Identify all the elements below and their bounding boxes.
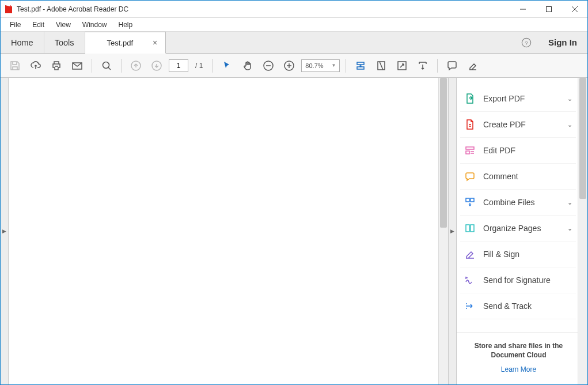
panel-scrollbar[interactable]	[578, 78, 587, 384]
page-total-label: / 1	[192, 62, 206, 70]
sign-in-button[interactable]: Sign In	[538, 32, 587, 53]
cloud-upload-button[interactable]	[27, 57, 44, 74]
scrollbar-thumb[interactable]	[440, 78, 447, 228]
svg-text:?: ?	[525, 39, 528, 46]
tools-list: Export PDF ⌄ Create PDF ⌄ Edit PDF Comme…	[457, 78, 587, 333]
svg-rect-15	[466, 151, 469, 154]
email-button[interactable]	[69, 57, 86, 74]
toolbar-separator	[437, 59, 438, 73]
fill-sign-icon	[464, 248, 476, 261]
menu-edit[interactable]: Edit	[28, 20, 49, 30]
svg-point-20	[466, 303, 467, 304]
tool-fill-sign[interactable]: Fill & Sign	[460, 241, 576, 267]
fullscreen-button[interactable]	[393, 57, 411, 74]
tools-panel: Export PDF ⌄ Create PDF ⌄ Edit PDF Comme…	[456, 78, 587, 384]
svg-rect-1	[546, 6, 551, 12]
menu-help[interactable]: Help	[114, 20, 138, 30]
next-page-button[interactable]	[148, 57, 165, 74]
learn-more-link[interactable]: Learn More	[501, 365, 536, 373]
minimize-button[interactable]	[510, 1, 536, 17]
send-track-icon	[464, 300, 476, 312]
maximize-button[interactable]	[536, 1, 562, 17]
comment-button[interactable]	[443, 57, 461, 74]
tool-label: Fill & Sign	[483, 250, 572, 259]
svg-rect-18	[466, 225, 469, 232]
tool-label: Create PDF	[483, 120, 560, 129]
zoom-out-button[interactable]	[260, 57, 277, 74]
chevron-down-icon: ⌄	[567, 95, 572, 103]
toolbar-separator	[212, 59, 213, 73]
tab-close-icon[interactable]: ×	[153, 38, 157, 47]
zoom-in-button[interactable]	[280, 57, 298, 74]
chevron-down-icon: ⌄	[567, 225, 572, 232]
page-canvas	[9, 78, 438, 384]
tool-send-signature[interactable]: Send for Signature	[460, 267, 576, 293]
left-panel-toggle[interactable]: ▶	[1, 78, 9, 384]
fit-width-button[interactable]	[352, 57, 369, 74]
menu-file[interactable]: File	[5, 20, 25, 30]
help-button[interactable]: ?	[515, 32, 538, 53]
toolbar: / 1 80.7% ▼	[1, 54, 587, 78]
combine-files-icon	[464, 196, 476, 209]
tab-document[interactable]: Test.pdf ×	[85, 32, 166, 54]
tool-combine-files[interactable]: Combine Files ⌄	[460, 190, 576, 216]
create-pdf-icon	[464, 118, 476, 131]
menubar: File Edit View Window Help	[1, 18, 587, 32]
tool-label: Organize Pages	[483, 224, 560, 233]
tool-organize-pages[interactable]: Organize Pages ⌄	[460, 216, 576, 241]
toolbar-separator	[346, 59, 346, 73]
svg-point-21	[466, 308, 467, 309]
tool-edit-pdf[interactable]: Edit PDF	[460, 138, 576, 164]
svg-rect-19	[471, 225, 474, 232]
tool-label: Comment	[483, 172, 572, 181]
export-pdf-icon	[464, 92, 476, 105]
titlebar: Test.pdf - Adobe Acrobat Reader DC	[1, 1, 587, 18]
edit-pdf-icon	[464, 144, 476, 157]
svg-rect-16	[466, 198, 469, 202]
print-button[interactable]	[48, 57, 65, 74]
right-panel-toggle[interactable]: ▶	[448, 78, 456, 384]
chevron-down-icon: ⌄	[567, 199, 572, 206]
toolbar-separator	[121, 59, 122, 73]
page-number-input[interactable]	[169, 59, 188, 72]
tool-label: Send & Track	[483, 301, 572, 311]
window-title: Test.pdf - Adobe Acrobat Reader DC	[17, 5, 510, 13]
tab-tools[interactable]: Tools	[44, 32, 85, 53]
search-button[interactable]	[98, 57, 115, 74]
scrollbar-thumb[interactable]	[579, 78, 586, 199]
highlight-button[interactable]	[464, 57, 481, 74]
document-view[interactable]	[9, 78, 448, 384]
selection-tool-button[interactable]	[218, 57, 236, 74]
menu-window[interactable]: Window	[78, 20, 112, 30]
tool-comment[interactable]: Comment	[460, 164, 576, 190]
zoom-dropdown[interactable]: 80.7% ▼	[301, 59, 340, 72]
tab-home[interactable]: Home	[1, 32, 44, 53]
cloud-promo-title: Store and share files in the Document Cl…	[462, 341, 575, 360]
acrobat-app-icon	[4, 5, 13, 14]
tool-create-pdf[interactable]: Create PDF ⌄	[460, 112, 576, 138]
tab-row: Home Tools Test.pdf × ? Sign In	[1, 32, 587, 54]
help-icon: ?	[521, 37, 532, 48]
main-area: ▶ ▶ Export PDF ⌄ Create PDF ⌄ Edit PDF	[1, 78, 587, 384]
svg-rect-14	[466, 147, 474, 149]
tool-label: Export PDF	[483, 94, 560, 103]
hand-tool-button[interactable]	[239, 57, 256, 74]
tool-send-track[interactable]: Send & Track	[460, 293, 576, 319]
cloud-promo: Store and share files in the Document Cl…	[457, 333, 587, 384]
caret-down-icon: ▼	[332, 63, 336, 68]
send-signature-icon	[464, 274, 476, 286]
toolbar-separator	[92, 59, 92, 73]
prev-page-button[interactable]	[127, 57, 145, 74]
close-button[interactable]	[562, 1, 587, 17]
menu-view[interactable]: View	[51, 20, 75, 30]
tool-label: Combine Files	[483, 198, 560, 207]
vertical-scrollbar[interactable]	[438, 78, 448, 384]
tool-export-pdf[interactable]: Export PDF ⌄	[460, 86, 576, 112]
fit-page-button[interactable]	[373, 57, 390, 74]
save-button[interactable]	[6, 57, 24, 74]
comment-icon	[464, 170, 476, 183]
chevron-down-icon: ⌄	[567, 121, 572, 129]
tab-document-label: Test.pdf	[107, 39, 134, 47]
svg-point-7	[103, 62, 109, 68]
read-mode-button[interactable]	[414, 57, 431, 74]
